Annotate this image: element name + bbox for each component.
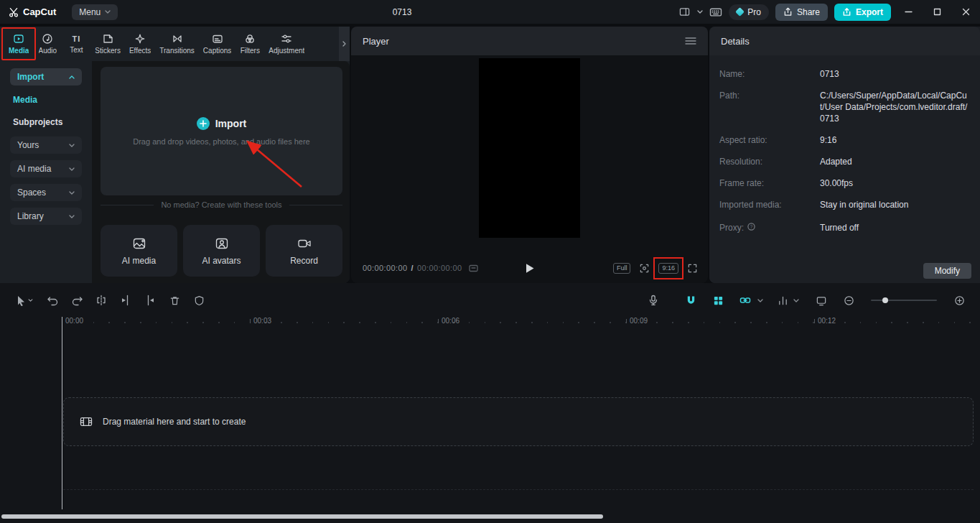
tab-audio[interactable]: Audio [33,28,62,60]
no-media-text: No media? Create with these tools [161,200,281,209]
chevron-down-icon [105,10,111,14]
tab-text[interactable]: TI Text [62,28,90,60]
filters-icon [244,33,256,45]
project-title: 0713 [359,7,445,17]
close-button[interactable] [955,0,977,24]
chevron-down-icon [69,167,75,171]
layout-chevron-icon[interactable] [697,10,703,14]
sidebar-item-subprojects[interactable]: Subprojects [13,114,79,130]
effects-icon [134,33,146,45]
player-menu-icon[interactable] [685,37,696,45]
aspect-ratio-button[interactable]: 9:16 [658,263,678,274]
detail-label: Path: [719,90,820,124]
pro-label: Pro [747,7,761,17]
detail-label: Aspect ratio: [719,134,820,146]
sidebar-item-ai-media[interactable]: AI media [10,160,82,177]
timeline-dropzone[interactable]: Drag material here and start to create [63,397,974,446]
zoom-out-icon[interactable] [836,290,861,310]
record-icon [297,236,312,251]
sidebar-item-yours[interactable]: Yours [10,136,82,154]
redo-icon[interactable] [65,290,89,310]
player-right-controls: Full 9:16 [613,263,698,274]
tab-label: Media [9,47,29,55]
sidebar-item-library[interactable]: Library [10,208,82,225]
maximize-button[interactable] [926,0,948,24]
zoom-slider-handle[interactable] [882,297,888,303]
sidebar-item-import[interactable]: Import [10,68,82,85]
player-viewport: 00:00:00:00 / 00:00:00:00 Full 9:16 [351,55,708,283]
tab-label: Audio [39,47,57,55]
timecode-settings-icon[interactable] [469,264,478,272]
no-media-divider: No media? Create with these tools [101,200,342,209]
tab-stickers[interactable]: Stickers [90,28,125,60]
play-button[interactable] [525,263,534,274]
timeline-ruler[interactable]: 00:00 00:03 00:06 00:09 00:12 [0,317,980,328]
tab-label: Transitions [159,47,195,55]
undo-icon[interactable] [40,290,65,310]
sidebar-item-spaces[interactable]: Spaces [10,184,82,201]
tab-filters[interactable]: Filters [235,28,264,60]
player-title: Player [363,36,389,47]
timeline-zoom-slider[interactable] [871,300,937,301]
ai-avatars-button[interactable]: AI avatars [183,225,260,277]
focus-icon[interactable] [639,263,650,274]
tab-adjustment[interactable]: Adjustment [264,28,309,60]
sidebar-item-label: Spaces [17,188,46,198]
levels-options-chevron-icon[interactable] [793,299,799,302]
export-button[interactable]: Export [834,4,891,21]
track-levels-icon[interactable] [770,290,795,310]
tab-media[interactable]: Media [4,28,33,60]
record-button[interactable]: Record [266,225,342,277]
video-preview[interactable] [479,58,580,238]
detail-value: C:/Users/Super/AppData/Local/CapCut/User… [820,90,970,124]
playhead[interactable] [62,317,62,509]
detail-label: Frame rate: [719,177,820,189]
record-voiceover-icon[interactable] [641,290,666,310]
tabs-expand-button[interactable] [339,27,350,61]
share-button[interactable]: Share [775,4,828,21]
cover-icon[interactable] [809,290,834,310]
timeline-horizontal-scrollbar[interactable] [1,514,603,519]
share-icon [783,7,793,17]
ai-media-button[interactable]: AI media [101,225,177,277]
delete-icon[interactable] [162,290,187,310]
select-tool-button[interactable] [9,290,40,310]
mask-icon[interactable] [187,290,211,310]
plus-icon [197,117,210,130]
fullscreen-icon[interactable] [687,263,698,274]
full-quality-button[interactable]: Full [613,263,631,274]
layout-switch-icon[interactable] [678,6,691,17]
delete-right-icon[interactable] [138,290,162,310]
linked-clips-toggle-icon[interactable] [733,290,757,310]
pro-button[interactable]: Pro [729,4,769,20]
auto-snap-toggle-icon[interactable] [706,290,730,310]
detail-row-resolution: Resolution: Adapted [709,156,980,167]
split-icon[interactable] [89,290,113,310]
stickers-icon [102,33,113,45]
sidebar-item-label: Library [17,211,44,221]
tab-captions[interactable]: Captions [199,28,235,60]
detail-row-name: Name: 0713 [709,68,980,80]
timeline-toolbar-right [641,290,971,310]
details-title: Details [721,36,750,47]
tab-transitions[interactable]: Transitions [155,28,199,60]
player-controls: 00:00:00:00 / 00:00:00:00 Full 9:16 [351,259,708,277]
secondary-track-guide [63,489,974,490]
ruler-ticks [62,322,977,323]
keyboard-shortcuts-icon[interactable] [709,6,722,17]
link-options-chevron-icon[interactable] [757,299,763,302]
modify-button[interactable]: Modify [923,263,971,279]
menu-button[interactable]: Menu [72,4,118,20]
tab-effects[interactable]: Effects [125,28,155,60]
sidebar-item-media[interactable]: Media [13,92,79,108]
asset-tab-bar: Media Audio TI Text Stickers Effects [0,27,350,61]
minimize-button[interactable] [897,0,920,24]
main-track-magnet-toggle-icon[interactable] [678,290,703,310]
zoom-in-icon[interactable] [947,290,971,310]
media-library-panel: Media Audio TI Text Stickers Effects [0,27,350,283]
import-dropzone[interactable]: Import Drag and drop videos, photos, and… [101,67,342,195]
delete-left-icon[interactable] [113,290,138,310]
detail-label: Name: [719,68,820,80]
proxy-info-icon[interactable]: ? [747,223,755,231]
app-logo: CapCut [9,6,56,17]
